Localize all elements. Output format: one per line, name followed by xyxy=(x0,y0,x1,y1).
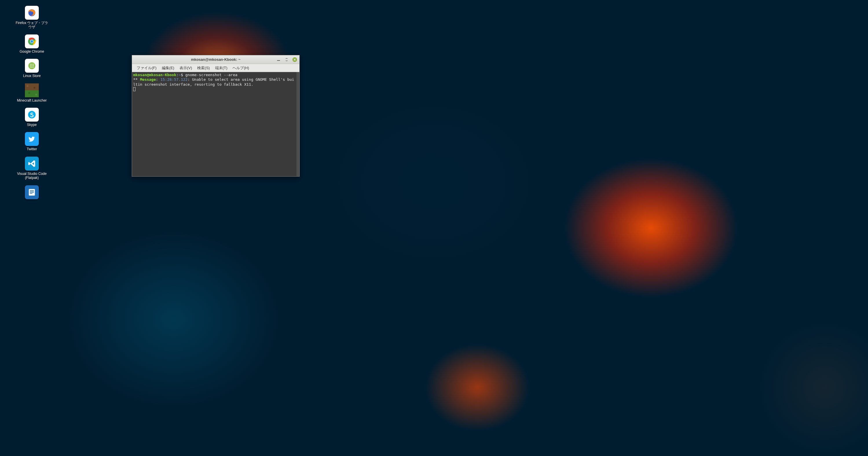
menubar: ファイル(F) 編集(E) 表示(V) 検索(S) 端末(T) ヘルプ(H) xyxy=(132,64,299,72)
writer-icon xyxy=(25,185,39,199)
output-timestamp: 15:28:57.122 xyxy=(160,77,188,82)
svg-rect-26 xyxy=(277,60,280,61)
svg-rect-18 xyxy=(28,92,30,94)
svg-point-8 xyxy=(30,65,31,66)
firefox-icon xyxy=(25,6,39,20)
desktop-icon-label: Minecraft Launcher xyxy=(17,98,47,102)
svg-rect-23 xyxy=(30,191,34,192)
svg-point-11 xyxy=(30,67,31,68)
chrome-icon xyxy=(25,34,39,48)
window-controls xyxy=(276,55,297,64)
svg-point-7 xyxy=(33,64,34,65)
svg-rect-25 xyxy=(30,193,32,194)
twitter-icon xyxy=(25,132,39,146)
svg-rect-24 xyxy=(30,192,34,193)
menu-file[interactable]: ファイル(F) xyxy=(135,65,158,71)
svg-point-3 xyxy=(31,40,33,42)
prompt-sep: : xyxy=(176,73,179,77)
window-title: mkosan@mkosan-Kbook: ~ xyxy=(191,57,240,62)
desktop-icon-linux-store[interactable]: Linux Store xyxy=(14,59,49,78)
svg-rect-22 xyxy=(30,190,34,191)
close-button[interactable] xyxy=(292,57,297,62)
terminal-scrollbar[interactable] xyxy=(297,72,299,176)
prompt-dollar: $ xyxy=(181,73,185,77)
menu-terminal[interactable]: 端末(T) xyxy=(213,65,229,71)
desktop-icon-vscode[interactable]: Visual Studio Code (Flatpak) xyxy=(14,157,49,180)
menu-edit[interactable]: 編集(E) xyxy=(160,65,176,71)
menu-search[interactable]: 検索(S) xyxy=(195,65,211,71)
svg-point-5 xyxy=(30,64,31,65)
desktop-icon-label: Firefox ウェブ・ブラウザ xyxy=(14,21,49,29)
minimize-button[interactable] xyxy=(276,57,281,62)
svg-point-9 xyxy=(32,65,32,66)
terminal-cursor xyxy=(133,87,135,91)
skype-icon xyxy=(25,108,39,122)
svg-point-10 xyxy=(33,65,34,66)
menu-help[interactable]: ヘルプ(H) xyxy=(231,65,251,71)
terminal-body[interactable]: mkosan@mkosan-Kbook:~$ gnome-screenshot … xyxy=(132,72,299,176)
desktop-icon-libreoffice-writer[interactable] xyxy=(14,185,49,200)
desktop-icon-firefox[interactable]: Firefox ウェブ・ブラウザ xyxy=(14,6,49,29)
command-text: gnome-screenshot --area xyxy=(185,73,238,77)
maximize-button[interactable] xyxy=(284,57,289,62)
window-titlebar[interactable]: mkosan@mkosan-Kbook: ~ xyxy=(132,55,299,64)
desktop-icon-minecraft[interactable]: Minecraft Launcher xyxy=(14,83,49,102)
desktop-icon-skype[interactable]: Skype xyxy=(14,108,49,127)
terminal-window[interactable]: mkosan@mkosan-Kbook: ~ ファイル(F) 編集(E) 表示(… xyxy=(132,55,300,177)
desktop-icon-label: Visual Studio Code (Flatpak) xyxy=(14,172,49,180)
prompt-user-host: mkosan@mkosan-Kbook xyxy=(133,73,176,77)
svg-point-12 xyxy=(32,67,32,68)
output-colon: : xyxy=(156,77,160,82)
svg-point-13 xyxy=(33,67,34,68)
vscode-icon xyxy=(25,157,39,171)
svg-rect-16 xyxy=(27,85,28,87)
minecraft-icon xyxy=(25,83,39,97)
output-tag: Message xyxy=(140,77,156,82)
desktop-icon-label: Google Chrome xyxy=(20,50,44,54)
desktop-icon-label: Skype xyxy=(27,123,36,127)
desktop-icons: Firefox ウェブ・ブラウザ Google Chrome Linux Sto… xyxy=(14,6,49,200)
desktop-icon-label: Twitter xyxy=(27,147,37,151)
store-icon xyxy=(25,59,39,73)
desktop-icon-label: Linux Store xyxy=(23,74,41,78)
output-prefix: ** xyxy=(133,77,140,82)
menu-view[interactable]: 表示(V) xyxy=(178,65,194,71)
svg-rect-17 xyxy=(34,87,35,89)
svg-point-6 xyxy=(32,64,32,65)
desktop-icon-chrome[interactable]: Google Chrome xyxy=(14,34,49,54)
desktop-icon-twitter[interactable]: Twitter xyxy=(14,132,49,151)
svg-rect-19 xyxy=(35,94,37,95)
